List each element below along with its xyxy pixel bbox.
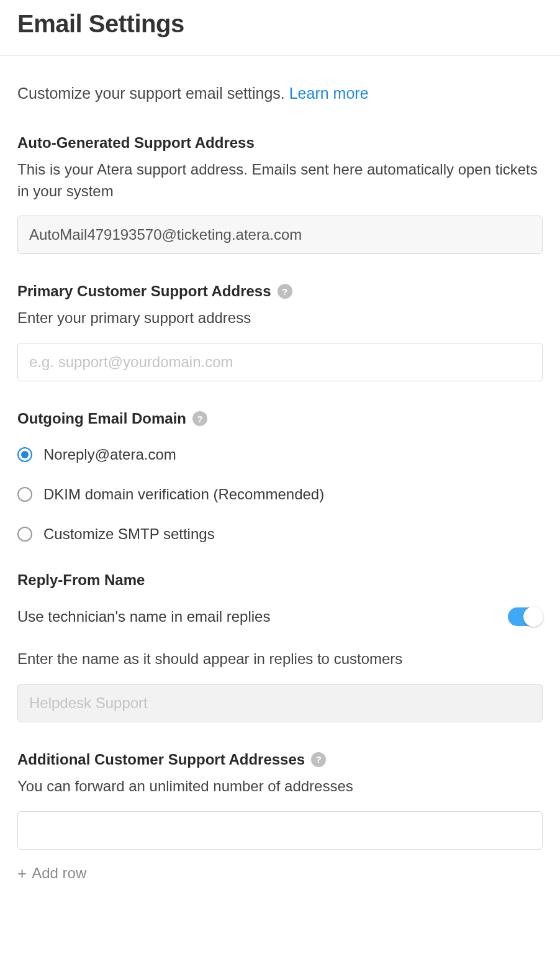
radio-dkim[interactable]: DKIM domain verification (Recommended) <box>17 486 543 503</box>
reply-from-desc: Enter the name as it should appear in re… <box>17 648 543 670</box>
auto-generated-title: Auto-Generated Support Address <box>17 134 543 152</box>
page-title: Email Settings <box>17 10 543 38</box>
radio-label: DKIM domain verification (Recommended) <box>43 486 324 503</box>
technician-name-toggle[interactable] <box>508 607 543 626</box>
primary-support-desc: Enter your primary support address <box>17 307 543 329</box>
radio-smtp[interactable]: Customize SMTP settings <box>17 525 543 543</box>
additional-address-input[interactable] <box>17 811 543 850</box>
reply-from-toggle-label: Use technician's name in email replies <box>17 608 270 625</box>
radio-noreply[interactable]: Noreply@atera.com <box>17 446 543 463</box>
radio-button-icon <box>17 447 32 462</box>
outgoing-domain-title: Outgoing Email Domain <box>17 410 186 427</box>
primary-support-input[interactable] <box>17 343 543 381</box>
help-icon[interactable]: ? <box>192 411 207 426</box>
reply-from-title: Reply-From Name <box>17 571 543 589</box>
radio-label: Noreply@atera.com <box>43 446 176 463</box>
toggle-knob-icon <box>523 607 543 627</box>
help-icon[interactable]: ? <box>311 752 326 767</box>
additional-addresses-title: Additional Customer Support Addresses <box>17 751 305 768</box>
reply-from-name-input <box>17 684 543 722</box>
additional-addresses-desc: You can forward an unlimited number of a… <box>17 776 543 797</box>
radio-label: Customize SMTP settings <box>43 525 215 543</box>
help-icon[interactable]: ? <box>278 284 292 299</box>
intro-text: Customize your support email settings. L… <box>17 83 543 104</box>
radio-button-icon <box>17 527 32 542</box>
primary-support-title: Primary Customer Support Address <box>17 283 271 300</box>
intro-copy: Customize your support email settings. <box>17 84 289 102</box>
auto-generated-desc: This is your Atera support address. Emai… <box>17 159 543 202</box>
radio-button-icon <box>17 487 32 502</box>
add-row-button[interactable]: + Add row <box>17 865 543 882</box>
add-row-label: Add row <box>32 865 86 882</box>
plus-icon: + <box>17 865 27 881</box>
learn-more-link[interactable]: Learn more <box>289 84 369 102</box>
auto-generated-address-input[interactable] <box>17 216 543 254</box>
